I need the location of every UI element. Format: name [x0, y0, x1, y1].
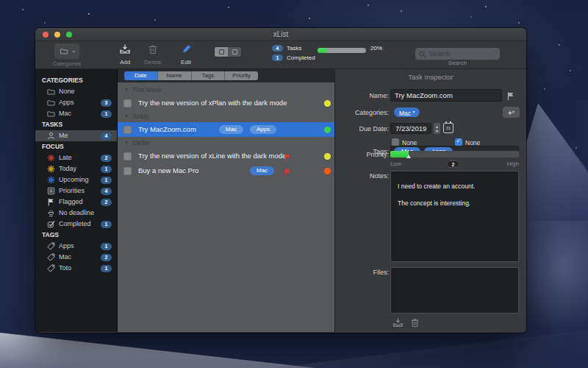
- folder-icon: [47, 110, 55, 118]
- flag-icon[interactable]: [506, 91, 515, 104]
- sidebar-item-label: No deadline: [59, 208, 94, 219]
- files-dropzone[interactable]: [390, 267, 519, 314]
- sidebar-section-tasks: TASKS: [35, 119, 117, 130]
- attach-file-button[interactable]: [392, 317, 404, 330]
- cup-icon: [47, 209, 55, 217]
- group-header-this-week[interactable]: ▼This Week: [118, 82, 334, 96]
- titlebar[interactable]: xList: [35, 28, 526, 41]
- none-checkbox-unchecked[interactable]: [392, 138, 399, 146]
- task-tag-pill: Mac: [219, 125, 243, 134]
- sidebar-item-label: Flagged: [59, 197, 83, 208]
- inspector-title: Task Inspector: [335, 73, 526, 81]
- priority-dot-yellow: [324, 153, 331, 160]
- gear-icon: [47, 154, 55, 162]
- zoom-button[interactable]: [66, 32, 72, 38]
- sort-tab-name[interactable]: Name: [158, 71, 192, 80]
- stepper-down-icon: ▼: [435, 129, 439, 133]
- desktop: xList ▾ Categories Add Delete Edit: [0, 0, 588, 368]
- task-row-macpro[interactable]: Buy a new Mac Pro Mac: [118, 163, 334, 178]
- sidebar-item-no-deadline[interactable]: No deadline: [35, 208, 117, 219]
- count-badge: 1: [101, 221, 112, 228]
- sidebar-section-tags: TAGS: [35, 230, 117, 241]
- sidebar-item-apps[interactable]: Apps 3: [35, 97, 117, 108]
- task-inspector: Task Inspector Name: Categories: Mac ▾ +…: [334, 69, 526, 332]
- due-date-field[interactable]: 7/23/2019: [390, 123, 431, 134]
- sort-tab-tags[interactable]: Tags: [192, 71, 226, 80]
- task-title: Try the new version of xPlan with the da…: [138, 96, 287, 110]
- sidebar-item-completed[interactable]: Completed 1: [35, 219, 117, 230]
- task-title: Try MacZoom.com: [138, 122, 196, 137]
- sidebar-item-tag-apps[interactable]: Apps 1: [35, 241, 117, 252]
- view-mode-segmented-control: [214, 46, 242, 57]
- notes-label: Notes:: [335, 172, 389, 180]
- sidebar-item-late[interactable]: Late 2: [35, 152, 117, 163]
- categories-button-label: Categories: [45, 60, 89, 67]
- sidebar-section-categories: CATEGORIES: [35, 75, 117, 86]
- sidebar-item-none[interactable]: None: [35, 86, 117, 97]
- sort-segmented-control: Date Name Tags Priority: [124, 71, 258, 80]
- count-badge: 1: [101, 265, 112, 272]
- tasks-count-badge: 4: [272, 45, 283, 52]
- sidebar-item-label: Toto: [59, 263, 71, 274]
- chevron-down-icon: ▾: [412, 110, 415, 114]
- remove-file-button[interactable]: [410, 317, 420, 330]
- disclosure-triangle-icon: ▼: [124, 141, 129, 145]
- name-label: Name:: [335, 92, 389, 99]
- count-badge: 1: [101, 166, 112, 173]
- sidebar-item-label: None: [59, 86, 75, 97]
- window-content: CATEGORIES None Apps 3 Mac 1 TASKS: [35, 69, 526, 332]
- sidebar-item-priorities[interactable]: Priorities 4: [35, 185, 117, 197]
- count-badge: 2: [101, 199, 112, 206]
- group-header-earlier[interactable]: ▼Earlier: [118, 137, 334, 149]
- sidebar-item-label: Mac: [59, 252, 71, 263]
- close-button[interactable]: [43, 32, 49, 38]
- calendar-icon[interactable]: 31: [443, 123, 453, 133]
- priority-dot-yellow: [324, 100, 331, 107]
- task-checkbox[interactable]: [123, 126, 132, 134]
- date-stepper[interactable]: ▲▼: [434, 123, 440, 134]
- view-list-segment[interactable]: [215, 47, 228, 57]
- none-checkbox-checked[interactable]: [455, 138, 462, 146]
- traffic-lights: [43, 32, 72, 38]
- sidebar-item-me[interactable]: Me 4: [35, 130, 117, 141]
- sidebar-item-mac[interactable]: Mac 1: [35, 108, 117, 119]
- sidebar-section-focus: FOCUS: [35, 141, 117, 152]
- sort-tab-date[interactable]: Date: [124, 71, 158, 80]
- task-row-xplan[interactable]: Try the new version of xPlan with the da…: [118, 96, 334, 110]
- sidebar-item-today[interactable]: Today 1: [35, 163, 117, 174]
- group-header-today[interactable]: ▼Today: [118, 110, 334, 122]
- view-grid-segment[interactable]: [228, 47, 241, 57]
- task-checkbox[interactable]: [123, 167, 132, 175]
- task-row-xline[interactable]: Try the new version of xLine with the da…: [118, 149, 334, 163]
- task-row-maczoom[interactable]: Try MacZoom.com Mac Apps: [118, 122, 334, 137]
- sort-tab-priority[interactable]: Priority: [225, 71, 258, 80]
- sidebar-item-label: Today: [59, 163, 76, 174]
- search-input[interactable]: [415, 48, 500, 60]
- priority-slider[interactable]: [390, 151, 519, 158]
- gear-icon: [47, 165, 55, 173]
- grid-view-icon: [232, 49, 237, 54]
- sidebar-item-label: Late: [59, 152, 72, 163]
- task-title: Buy a new Mac Pro: [138, 163, 198, 178]
- edit-button[interactable]: Edit: [164, 43, 208, 66]
- tasks-count-label: Tasks: [287, 45, 301, 52]
- name-field[interactable]: [390, 89, 502, 102]
- search-field-wrap: [415, 46, 500, 57]
- completed-count-badge: 1: [272, 54, 283, 61]
- category-dropdown[interactable]: Mac ▾: [394, 107, 420, 117]
- minimize-button[interactable]: [54, 32, 60, 38]
- task-title: Try the new version of xLine with the da…: [138, 149, 286, 163]
- task-checkbox[interactable]: [123, 152, 132, 160]
- task-checkbox[interactable]: [123, 99, 132, 107]
- notes-textarea[interactable]: I need to create an account. The concept…: [390, 171, 519, 262]
- categories-button[interactable]: ▾ Categories: [45, 43, 89, 67]
- sidebar-item-upcoming[interactable]: Upcoming 1: [35, 174, 117, 185]
- add-category-button[interactable]: +▾: [503, 107, 520, 118]
- sidebar-item-tag-mac[interactable]: Mac 2: [35, 252, 117, 263]
- count-badge: 4: [101, 132, 112, 140]
- priority-slider-knob[interactable]: [406, 155, 411, 158]
- sidebar-item-tag-toto[interactable]: Toto 1: [35, 263, 117, 274]
- completed-count-label: Completed: [287, 54, 315, 61]
- sidebar-item-flagged[interactable]: Flagged 2: [35, 197, 117, 208]
- count-badge: 1: [101, 177, 112, 184]
